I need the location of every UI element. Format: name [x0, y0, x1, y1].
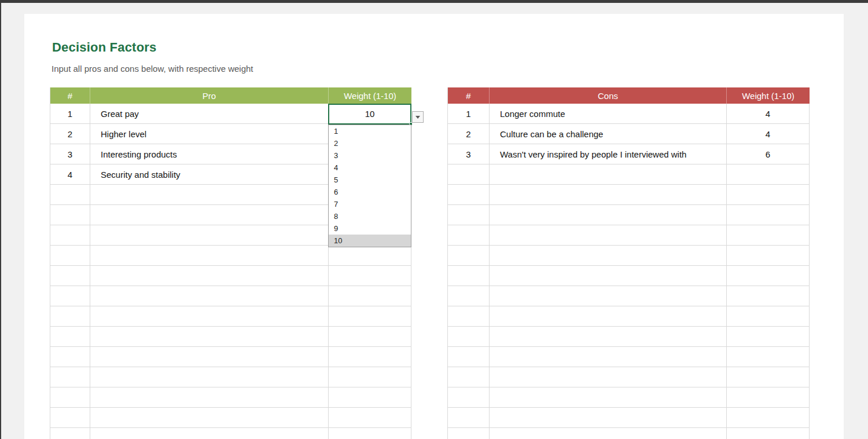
con-number-cell[interactable]: 1: [448, 104, 490, 124]
pro-text-cell[interactable]: [90, 246, 329, 266]
pro-number-cell[interactable]: [50, 306, 90, 327]
con-weight-cell[interactable]: [727, 367, 810, 387]
con-number-cell[interactable]: [448, 408, 490, 428]
con-number-cell[interactable]: [448, 306, 490, 327]
dropdown-option[interactable]: 10: [329, 235, 411, 247]
pro-text-cell[interactable]: [90, 205, 329, 225]
pro-weight-cell[interactable]: [329, 286, 411, 306]
pro-number-cell[interactable]: [50, 327, 90, 347]
dropdown-option[interactable]: 3: [329, 149, 411, 162]
pro-weight-cell[interactable]: [329, 367, 411, 387]
con-text-cell[interactable]: [490, 306, 727, 327]
pro-number-cell[interactable]: [50, 185, 90, 205]
con-number-cell[interactable]: [448, 266, 490, 286]
pro-text-cell[interactable]: [90, 266, 329, 286]
con-weight-cell[interactable]: 4: [727, 124, 810, 144]
pro-weight-cell[interactable]: [329, 408, 411, 428]
con-text-cell[interactable]: [490, 387, 727, 408]
con-weight-cell[interactable]: [727, 205, 810, 225]
con-text-cell[interactable]: [490, 408, 727, 428]
pro-weight-cell[interactable]: [329, 387, 411, 408]
pro-number-cell[interactable]: [50, 428, 90, 439]
pro-weight-cell[interactable]: [329, 428, 411, 439]
pro-number-cell[interactable]: [50, 286, 90, 306]
pro-number-cell[interactable]: 1: [50, 104, 90, 124]
pro-number-cell[interactable]: [50, 266, 90, 286]
con-weight-cell[interactable]: [727, 428, 810, 439]
con-text-cell[interactable]: [490, 205, 727, 225]
dropdown-option[interactable]: 7: [329, 198, 411, 210]
con-number-cell[interactable]: [448, 387, 490, 408]
pro-text-cell[interactable]: [90, 408, 329, 428]
pro-weight-cell[interactable]: [329, 266, 411, 286]
pro-number-cell[interactable]: [50, 225, 90, 246]
pro-text-cell[interactable]: Great pay: [90, 104, 329, 124]
con-weight-cell[interactable]: [727, 347, 810, 367]
pro-number-cell[interactable]: [50, 246, 90, 266]
con-text-cell[interactable]: [490, 428, 727, 439]
pro-text-cell[interactable]: Security and stability: [90, 164, 329, 185]
con-weight-cell[interactable]: [727, 246, 810, 266]
con-number-cell[interactable]: 3: [448, 144, 490, 164]
con-weight-cell[interactable]: [727, 225, 810, 246]
con-weight-cell[interactable]: [727, 327, 810, 347]
pro-number-cell[interactable]: [50, 387, 90, 408]
con-weight-cell[interactable]: 4: [727, 104, 810, 124]
pro-weight-cell[interactable]: [329, 347, 411, 367]
pro-text-cell[interactable]: [90, 387, 329, 408]
pro-weight-cell[interactable]: [329, 246, 411, 266]
con-text-cell[interactable]: Culture can be a challenge: [490, 124, 727, 144]
pro-text-cell[interactable]: [90, 367, 329, 387]
pro-text-cell[interactable]: Higher level: [90, 124, 329, 144]
con-text-cell[interactable]: Wasn't very inspired by people I intervi…: [490, 144, 727, 164]
con-text-cell[interactable]: [490, 327, 727, 347]
con-weight-cell[interactable]: [727, 185, 810, 205]
dropdown-option[interactable]: 4: [329, 162, 411, 174]
con-text-cell[interactable]: [490, 347, 727, 367]
dropdown-option[interactable]: 8: [329, 210, 411, 222]
pro-text-cell[interactable]: [90, 225, 329, 246]
con-weight-cell[interactable]: [727, 387, 810, 408]
con-weight-cell[interactable]: [727, 164, 810, 185]
con-number-cell[interactable]: [448, 367, 490, 387]
con-number-cell[interactable]: [448, 428, 490, 439]
con-number-cell[interactable]: [448, 225, 490, 246]
con-text-cell[interactable]: [490, 286, 727, 306]
con-number-cell[interactable]: [448, 327, 490, 347]
dropdown-arrow-button[interactable]: [412, 111, 424, 123]
con-weight-cell[interactable]: [727, 408, 810, 428]
con-text-cell[interactable]: [490, 246, 727, 266]
con-number-cell[interactable]: 2: [448, 124, 490, 144]
dropdown-option[interactable]: 6: [329, 186, 411, 198]
pro-number-cell[interactable]: 3: [50, 144, 90, 164]
con-number-cell[interactable]: [448, 185, 490, 205]
dropdown-option[interactable]: 1: [329, 125, 411, 137]
pro-text-cell[interactable]: [90, 286, 329, 306]
con-number-cell[interactable]: [448, 246, 490, 266]
dropdown-option[interactable]: 2: [329, 137, 411, 149]
pro-number-cell[interactable]: [50, 347, 90, 367]
con-weight-cell[interactable]: [727, 306, 810, 327]
con-text-cell[interactable]: [490, 185, 727, 205]
dropdown-option[interactable]: 9: [329, 222, 411, 235]
pro-text-cell[interactable]: [90, 347, 329, 367]
con-weight-cell[interactable]: 6: [727, 144, 810, 164]
selected-weight-cell[interactable]: [328, 104, 411, 125]
con-number-cell[interactable]: [448, 347, 490, 367]
dropdown-option[interactable]: 5: [329, 174, 411, 186]
pro-weight-cell[interactable]: [329, 327, 411, 347]
con-text-cell[interactable]: [490, 266, 727, 286]
con-text-cell[interactable]: [490, 367, 727, 387]
pro-number-cell[interactable]: [50, 367, 90, 387]
con-weight-cell[interactable]: [727, 286, 810, 306]
con-number-cell[interactable]: [448, 205, 490, 225]
pro-number-cell[interactable]: 4: [50, 164, 90, 185]
con-text-cell[interactable]: Longer commute: [490, 104, 727, 124]
con-weight-cell[interactable]: [727, 266, 810, 286]
con-text-cell[interactable]: [490, 225, 727, 246]
pro-weight-cell[interactable]: [329, 306, 411, 327]
pro-text-cell[interactable]: [90, 185, 329, 205]
pro-text-cell[interactable]: [90, 428, 329, 439]
con-text-cell[interactable]: [490, 164, 727, 185]
pro-text-cell[interactable]: [90, 306, 329, 327]
